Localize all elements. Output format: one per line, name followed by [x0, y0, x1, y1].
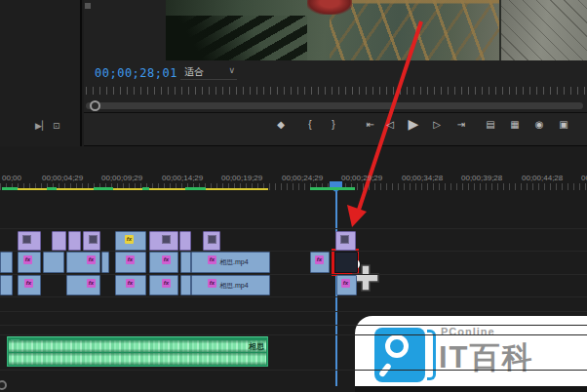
timeline-clip[interactable] — [0, 252, 13, 273]
step-forward-icon[interactable]: ▷ — [433, 119, 441, 130]
zoom-fit-value: 适合 — [184, 66, 204, 77]
video-preview — [166, 0, 587, 60]
comparison-view-icon[interactable]: ▣ — [559, 119, 567, 130]
zoom-fit-dropdown[interactable]: 适合 ∨ — [180, 63, 237, 80]
timeline-clip[interactable]: fx — [336, 275, 357, 295]
fx-badge: fx — [341, 279, 350, 288]
ruler-timecode-label: 00;00;09;29 — [101, 174, 142, 182]
clip-name-label: 相思.mp4 — [219, 281, 249, 291]
go-to-in-icon[interactable]: ⇤ — [367, 119, 374, 130]
timeline-clip[interactable] — [43, 252, 64, 273]
audio-waveform-right — [9, 353, 266, 365]
timeline-clip[interactable]: fx相思.mp4 — [191, 252, 270, 273]
track-separator — [0, 325, 587, 326]
fx-badge: fx — [87, 255, 96, 264]
ruler-timecode-label: 00;00;04;29 — [42, 174, 83, 182]
render-bar-green — [47, 187, 57, 190]
chevron-down-icon: ∨ — [228, 65, 235, 75]
fx-badge: fx — [23, 255, 32, 264]
timeline-clip[interactable]: fx — [18, 275, 41, 295]
render-bar-green — [142, 187, 149, 190]
timeline-clip[interactable] — [334, 252, 358, 273]
timeline-clip[interactable]: fx — [310, 252, 330, 273]
timeline-clip[interactable] — [335, 231, 356, 251]
timeline-clip[interactable]: fx — [66, 275, 100, 295]
ruler-timecode-label: 00; — [581, 174, 587, 182]
timeline-clip[interactable]: fx相思.mp4 — [191, 275, 270, 295]
ruler-timecode-label: 00;00;44;28 — [522, 174, 563, 182]
fx-badge: fx — [87, 279, 96, 288]
panel-menu-icon[interactable] — [85, 3, 91, 9]
ruler-timecode-label: 00;00;19;29 — [221, 174, 262, 182]
render-bar-green — [94, 187, 113, 190]
timeline-clip[interactable]: fx — [66, 252, 100, 273]
timeline-clip[interactable]: fx — [115, 275, 146, 295]
mark-in-icon[interactable]: { — [308, 119, 311, 130]
track-separator — [0, 370, 587, 371]
render-bar-green — [2, 187, 18, 190]
track-separator — [0, 334, 587, 335]
lift-icon[interactable]: ▤ — [486, 119, 494, 130]
monitor-scrollbar[interactable] — [86, 102, 583, 109]
premiere-pro-window: ▶▏⊡ 00;00;28;01 适合 ∨ fx 相思 — [0, 0, 587, 392]
watermark-brand: PConline — [441, 326, 495, 337]
playhead-timecode[interactable]: 00;00;28;01 — [95, 66, 177, 80]
track-separator — [0, 296, 587, 297]
render-bar-green — [185, 187, 206, 190]
fx-badge — [162, 235, 171, 244]
timeline-clip[interactable] — [68, 231, 81, 251]
ruler-timecode-label: 00;00;34;28 — [402, 174, 443, 182]
timeline-clip[interactable] — [18, 231, 41, 251]
track-separator — [0, 311, 587, 312]
export-frame-icon[interactable]: ◉ — [535, 119, 544, 130]
timeline-clip[interactable] — [101, 252, 109, 273]
go-to-out-icon[interactable]: ⇥ — [457, 119, 465, 130]
watermark-bottom-strip — [355, 386, 587, 392]
page-icon — [427, 330, 436, 380]
ruler-timecode-label: 00;00;39;28 — [461, 174, 502, 182]
play-icon[interactable]: ▶ — [409, 116, 419, 132]
timeline-clip[interactable] — [52, 231, 66, 251]
monitor-mini-ruler[interactable] — [86, 87, 585, 95]
fx-badge: fx — [126, 279, 135, 288]
ruler-timecode-label: 00;00;29;29 — [341, 174, 382, 182]
extract-icon[interactable]: ▦ — [510, 119, 519, 130]
step-back-icon[interactable]: ◁ — [386, 119, 394, 130]
it-baike-logo — [374, 328, 425, 382]
monitor-settings-icon[interactable]: ⊡ — [53, 121, 60, 131]
audio-clip[interactable]: fx 相思 — [7, 336, 268, 367]
render-bar-green — [310, 187, 355, 190]
video-preview-wall — [499, 0, 587, 60]
monitor-scrollbar-knob[interactable] — [90, 100, 100, 111]
timeline-clip[interactable]: fx — [149, 275, 178, 295]
fx-badge: fx — [24, 279, 33, 288]
video-preview-fence — [330, 0, 500, 60]
timeline-clip[interactable] — [0, 275, 13, 295]
fx-badge: fx — [125, 235, 134, 244]
timeline-clip[interactable] — [203, 231, 220, 251]
video-preview-shadow — [166, 16, 307, 60]
fx-badge: fx — [208, 255, 216, 264]
add-marker-icon[interactable]: ◆ — [277, 119, 285, 130]
timeline-clip[interactable] — [180, 275, 191, 295]
left-side-panel: ▶▏⊡ — [0, 0, 82, 146]
play-around-icon[interactable]: ▶▏ — [35, 121, 49, 131]
work-area-bar[interactable] — [2, 188, 268, 190]
fx-badge: fx — [315, 255, 324, 264]
track-separator — [0, 228, 587, 229]
ruler-timecode-label: 00;00 — [2, 174, 21, 182]
watermark-banner: PConline IT百科 — [355, 316, 587, 386]
timeline-clip[interactable]: fx — [115, 231, 146, 251]
timeline-clip[interactable]: fx — [18, 252, 41, 273]
mark-out-icon[interactable]: } — [332, 119, 334, 130]
timeline-clip[interactable] — [180, 252, 191, 273]
ruler-timecode-label: 00;00;14;29 — [162, 174, 203, 182]
timeline-clip[interactable]: fx — [115, 252, 146, 273]
timeline-clip[interactable] — [83, 231, 100, 251]
timeline-clip[interactable]: fx — [149, 252, 178, 273]
fx-badge: fx — [126, 255, 135, 264]
search-icon — [385, 334, 409, 358]
timeline-clip[interactable] — [179, 231, 191, 251]
timeline-clip[interactable] — [149, 231, 178, 251]
video-preview-red-object — [307, 0, 352, 15]
